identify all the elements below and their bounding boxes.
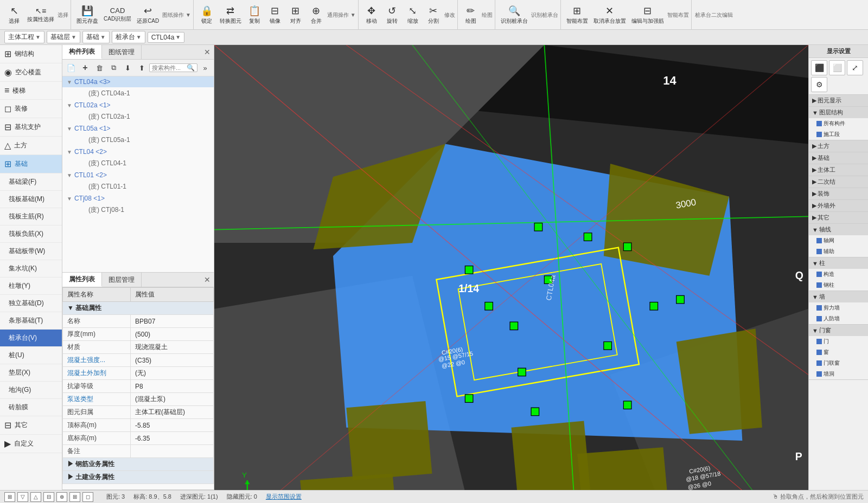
wall-hole-checkbox[interactable] [816, 371, 822, 377]
tree-item-ctj08[interactable]: ▼ CTj08 <1> [62, 193, 214, 204]
attr-section-rebar[interactable]: ▶ 钢筋业务属性 [63, 458, 214, 471]
draw-button[interactable]: ✏ 绘图 [461, 3, 481, 27]
sidebar-item-tire-mold[interactable]: 砖胎膜 [0, 399, 62, 416]
attr-section-earthwork[interactable]: ▶ 土建业务属性 [63, 471, 214, 484]
tree-item-ctl04[interactable]: ▼ CTL04 <2> [62, 146, 214, 157]
sidebar-item-raft-r[interactable]: 筏板主筋(R) [0, 208, 62, 225]
right-item-wall-hole[interactable]: 墙洞 [809, 369, 868, 379]
door-window-checkbox[interactable] [816, 360, 822, 366]
right-item-shear-wall[interactable]: 剪力墙 [809, 302, 868, 313]
sidebar-item-cushion[interactable]: 垫层(X) [0, 364, 62, 382]
select-button[interactable]: ↖ 选择 [4, 3, 24, 27]
tree-item-ctl04a-1[interactable]: (庋) CTL04a-1 [62, 87, 214, 100]
add-button[interactable]: + [79, 61, 92, 74]
right-item-axis-grid[interactable]: 轴网 [809, 235, 868, 246]
scale-button[interactable]: ⤡ 缩放 [403, 3, 423, 27]
status-layer-icon[interactable]: ⊞ [69, 492, 80, 502]
tree-item-ctl02a-1[interactable]: (庋) CTL02a-1 [62, 111, 214, 123]
align-button[interactable]: ⊞ 对齐 [286, 3, 305, 27]
right-item-all-components[interactable]: 所有构件 [809, 118, 868, 129]
merge-button[interactable]: ⊕ 合并 [307, 3, 326, 27]
display-cube-icon[interactable]: ⬛ [811, 60, 827, 75]
sidebar-item-base-band[interactable]: 基础板带(W) [0, 243, 62, 260]
shear-wall-checkbox[interactable] [816, 305, 822, 311]
sidebar-item-space-frame[interactable]: ◉ 空心楼盖 [0, 63, 62, 82]
tab-drawing-mgmt[interactable]: 图纸管理 [102, 45, 142, 59]
secondary-title[interactable]: ▶ 二次结 [809, 176, 868, 188]
tab-attr-list[interactable]: 属性列表 [62, 273, 102, 287]
sidebar-item-raft-m[interactable]: 筏板基础(M) [0, 191, 62, 208]
sidebar-item-stairs[interactable]: ≡ 楼梯 [0, 82, 62, 100]
right-item-window[interactable]: 窗 [809, 347, 868, 358]
copy-comp-button[interactable]: ⧉ [107, 61, 120, 74]
rotate-button[interactable]: ↺ 旋转 [382, 3, 402, 27]
window-checkbox[interactable] [816, 350, 822, 355]
tree-item-ctl02a[interactable]: ▼ CTL02a <1> [62, 100, 214, 111]
sidebar-item-strip[interactable]: 条形基础(T) [0, 312, 62, 330]
main-structure-title[interactable]: ▶ 主体工 [809, 164, 868, 176]
attr-section-row[interactable]: ▼ 基础属性 [63, 302, 214, 315]
mirror-button[interactable]: ⊟ 镜像 [265, 3, 285, 27]
construction-stage-checkbox[interactable] [816, 132, 822, 137]
tree-item-ctl01[interactable]: ▼ CTL01 <2> [62, 170, 214, 180]
recognize-button[interactable]: 🔍 识别桩承台 [499, 3, 530, 27]
delete-button[interactable]: 🗑 [93, 61, 106, 74]
tree-item-ctl04a[interactable]: ▼ CTL04a <3> [62, 76, 214, 87]
lock-button[interactable]: 🔒 锁定 [197, 3, 216, 27]
door-checkbox[interactable] [816, 339, 822, 344]
sidebar-item-isolated[interactable]: 独立基础(D) [0, 295, 62, 312]
sidebar-item-earthwork[interactable]: △ 土方 [0, 137, 62, 155]
component-search[interactable]: 🔍 [149, 63, 197, 72]
prop-select-button[interactable]: ↖≡ 按属性选择 [25, 3, 56, 27]
cancel-smart-button[interactable]: ✕ 取消承台放置 [591, 3, 628, 27]
restore-cad-button[interactable]: ↩ 还原CAD [135, 3, 161, 27]
import-button[interactable]: ⬇ [121, 61, 134, 74]
right-item-door-window[interactable]: 门联窗 [809, 358, 868, 369]
struct-col-checkbox[interactable] [816, 272, 822, 277]
tree-item-ctl05a[interactable]: ▼ CTL05a <1> [62, 123, 214, 134]
sidebar-item-other[interactable]: ⊟ 其它 [0, 416, 62, 435]
sidebar-item-steel-structure[interactable]: ⊞ 钢结构 [0, 45, 62, 63]
steel-col-checkbox[interactable] [816, 282, 822, 288]
status-extra[interactable]: 显示范围设置 [266, 493, 302, 501]
tree-item-ctj08-1[interactable]: (庋) CTj08-1 [62, 204, 214, 216]
axis-section-title[interactable]: ▼ 轴线 [809, 224, 868, 235]
wall-section-title[interactable]: ▼ 墙 [809, 291, 868, 302]
sidebar-item-trench[interactable]: 地沟(G) [0, 382, 62, 399]
cad-id-button[interactable]: CAD CAD识别层 [101, 3, 133, 27]
display-setting-icon[interactable]: ⚙ [811, 77, 827, 92]
sidebar-item-decoration[interactable]: ◻ 装修 [0, 100, 62, 118]
tab-component-list[interactable]: 构件列表 [62, 45, 102, 59]
other-display-title[interactable]: ▶ 其它 [809, 212, 868, 223]
right-item-construction-stage[interactable]: 施工段 [809, 129, 868, 140]
sidebar-item-custom[interactable]: ▶ 自定义 [0, 435, 62, 453]
sidebar-item-raft-x[interactable]: 筏板负筋(X) [0, 225, 62, 243]
sidebar-item-sump[interactable]: 集水坑(K) [0, 260, 62, 278]
strengthen-button[interactable]: ⊟ 编辑与加强筋 [629, 3, 666, 27]
tree-item-ctl04-1[interactable]: (庋) CTL04-1 [62, 157, 214, 170]
outer-wall-title[interactable]: ▶ 外墙外 [809, 200, 868, 211]
sidebar-item-pile-u[interactable]: 桩(U) [0, 347, 62, 364]
nav-ctl04a[interactable]: CTL04a ▼ [148, 32, 185, 43]
earthwork-section-title[interactable]: ▶ 土方 [809, 140, 868, 152]
column-section-title[interactable]: ▼ 柱 [809, 257, 868, 269]
sidebar-item-column-y[interactable]: 柱墩(Y) [0, 278, 62, 295]
status-view-icon[interactable]: ▽ [17, 492, 28, 502]
canvas-area[interactable]: 3000 1/14 14 Q P C#20(6) @15 @57/15 @22 … [214, 45, 808, 490]
nav-base-layer[interactable]: 基础层 ▼ [47, 31, 80, 43]
tree-item-ctl01-1[interactable]: (庋) CTL01-1 [62, 180, 214, 193]
nav-foundation[interactable]: 基础 ▼ [82, 31, 110, 43]
copy-button[interactable]: 📋 复制 [245, 3, 264, 27]
door-section-title[interactable]: ▼ 门窗 [809, 325, 868, 336]
status-measure-icon[interactable]: ⊕ [56, 492, 67, 502]
save-button[interactable]: 💾 图元存盘 [74, 3, 100, 27]
status-ortho-icon[interactable]: ⊟ [43, 492, 54, 502]
sidebar-item-foundation[interactable]: ⊞ 基础 [0, 155, 62, 173]
status-snap-icon[interactable]: △ [30, 492, 41, 502]
move-button[interactable]: ✥ 移动 [362, 3, 381, 27]
right-item-blast-wall[interactable]: 人防墙 [809, 313, 868, 324]
tab-layer-mgmt[interactable]: 图层管理 [102, 273, 142, 287]
sidebar-item-foundation-beam[interactable]: 基础梁(F) [0, 173, 62, 191]
sidebar-item-pile-cap-v[interactable]: 桩承台(V) [0, 330, 62, 347]
attr-panel-close[interactable]: ✕ [201, 273, 214, 287]
